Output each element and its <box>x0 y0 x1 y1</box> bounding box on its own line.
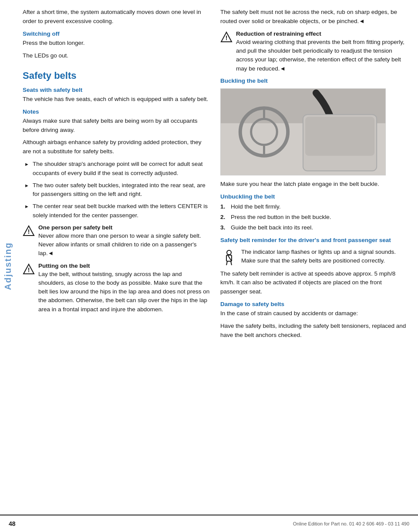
svg-text:!: ! <box>226 34 228 41</box>
seats-text: The vehicle has five seats, each of whic… <box>23 95 210 104</box>
page-number: 48 <box>9 520 16 527</box>
warning-triangle-icon: ! <box>23 225 35 237</box>
warning-one-person: ! One person per safety belt Never allow… <box>23 224 210 258</box>
damage-text2: Have the safety belts, including the saf… <box>220 322 408 340</box>
seats-heading: Seats with safety belt <box>23 87 210 93</box>
warning-reduction-text: Avoid wearing clothing that prevents the… <box>236 38 408 73</box>
intro-text: After a short time, the system automatic… <box>23 8 210 26</box>
page-number-area: 48 <box>9 520 16 527</box>
svg-point-16 <box>227 250 231 255</box>
safety-belt-must-text: The safety belt must not lie across the … <box>220 8 408 26</box>
list-item: 3. Guide the belt back into its reel. <box>220 223 408 232</box>
left-column: After a short time, the system automatic… <box>23 8 210 343</box>
two-col-layout: After a short time, the system automatic… <box>16 8 418 343</box>
svg-text:!: ! <box>28 266 30 273</box>
step-number: 2. <box>220 213 227 222</box>
unbuckling-steps: 1. Hold the belt firmly. 2. Press the re… <box>220 202 408 232</box>
warning-putting-on-belt-content: Putting on the belt Lay the belt, withou… <box>38 263 210 314</box>
buckling-heading: Buckling the belt <box>220 77 408 84</box>
warning-reduction-title: Reduction of restraining effect <box>236 30 408 37</box>
right-column: The safety belt must not lie across the … <box>220 8 408 343</box>
warning-triangle-icon-3: ! <box>220 31 233 44</box>
footer-text: Online Edition for Part no. 01 40 2 606 … <box>293 521 409 526</box>
page-container: Adjusting After a short time, the system… <box>0 0 418 532</box>
belt-image <box>220 88 386 175</box>
list-item: 2. Press the red button in the belt buck… <box>220 213 408 222</box>
reminder-heading: Safety belt reminder for the driver's an… <box>220 237 408 243</box>
step-text: Hold the belt firmly. <box>231 202 281 211</box>
bullet-list: ► The shoulder strap's anchorage point w… <box>23 160 210 220</box>
buckling-text: Make sure you hear the latch plate engag… <box>220 180 408 189</box>
warning-one-person-content: One person per safety belt Never allow m… <box>38 224 210 258</box>
damage-text1: In the case of strain caused by accident… <box>220 309 408 318</box>
warning-one-person-text: Never allow more than one person to wear… <box>38 232 210 258</box>
reminder-block: The indicator lamp flashes or lights up … <box>220 248 408 266</box>
step-number: 3. <box>220 223 227 232</box>
svg-line-18 <box>226 261 227 265</box>
step-text: Guide the belt back into its reel. <box>231 223 313 232</box>
belt-image-inner <box>221 89 385 175</box>
list-item: 1. Hold the belt firmly. <box>220 202 408 211</box>
bullet-text: The center rear seat belt buckle marked … <box>33 202 210 220</box>
warning-one-person-title: One person per safety belt <box>38 224 210 231</box>
notes-text2: Although airbags enhance safety by provi… <box>23 138 210 156</box>
sidebar: Adjusting <box>0 0 16 532</box>
safety-belts-heading: Safety belts <box>23 70 210 81</box>
warning-reduction: ! Reduction of restraining effect Avoid … <box>220 30 408 73</box>
svg-rect-14 <box>305 117 374 156</box>
reminder-text2: The safety belt reminder is active at sp… <box>220 269 408 297</box>
list-item: ► The center rear seat belt buckle marke… <box>23 202 210 220</box>
svg-line-19 <box>231 261 232 265</box>
bullet-text: The shoulder strap's anchorage point wil… <box>33 160 210 178</box>
seatbelt-reminder-icon <box>220 249 238 266</box>
unbuckling-heading: Unbuckling the belt <box>220 193 408 200</box>
damage-heading: Damage to safety belts <box>220 301 408 307</box>
warning-putting-on-belt: ! Putting on the belt Lay the belt, with… <box>23 263 210 314</box>
list-item: ► The two outer safety belt buckles, int… <box>23 181 210 199</box>
sidebar-label: Adjusting <box>3 242 13 290</box>
bullet-arrow-icon: ► <box>24 161 29 178</box>
switching-off-text2: The LEDs go out. <box>23 51 210 61</box>
notes-text1: Always make sure that safety belts are b… <box>23 117 210 135</box>
bullet-arrow-icon: ► <box>24 203 29 220</box>
warning-reduction-content: Reduction of restraining effect Avoid we… <box>236 30 408 73</box>
svg-line-20 <box>228 255 232 261</box>
switching-off-heading: Switching off <box>23 30 210 37</box>
bullet-arrow-icon: ► <box>24 182 29 199</box>
notes-heading: Notes <box>23 108 210 115</box>
page-footer: 48 Online Edition for Part no. 01 40 2 6… <box>0 515 418 532</box>
bullet-text: The two outer safety belt buckles, integ… <box>33 181 210 199</box>
step-number: 1. <box>220 202 227 211</box>
main-content: After a short time, the system automatic… <box>16 0 418 532</box>
reminder-content: The indicator lamp flashes or lights up … <box>241 248 408 266</box>
warning-triangle-icon-2: ! <box>23 263 35 276</box>
list-item: ► The shoulder strap's anchorage point w… <box>23 160 210 178</box>
warning-putting-on-belt-text: Lay the belt, without twisting, snugly a… <box>38 270 210 314</box>
warning-putting-on-belt-title: Putting on the belt <box>38 263 210 269</box>
step-text: Press the red button in the belt buckle. <box>231 213 331 222</box>
switching-off-text1: Press the button longer. <box>23 39 210 48</box>
reminder-text1: The indicator lamp flashes or lights up … <box>241 248 408 266</box>
svg-text:!: ! <box>28 228 30 235</box>
